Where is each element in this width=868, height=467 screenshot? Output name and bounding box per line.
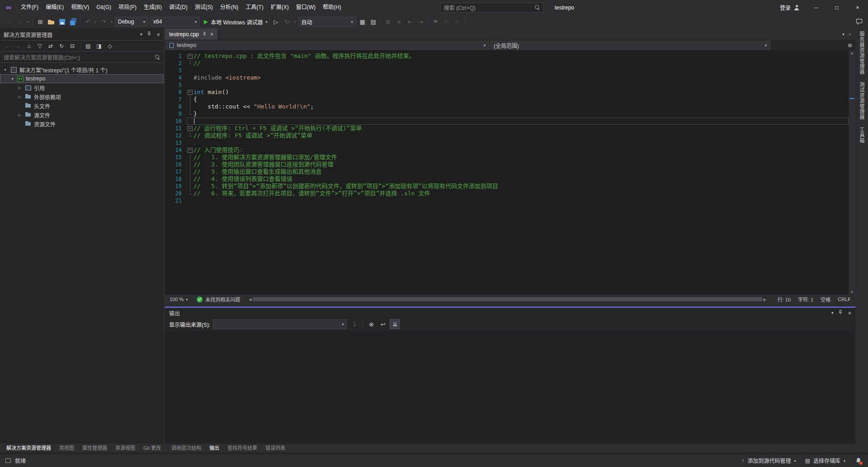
horizontal-scrollbar[interactable]: ◀ ▶ xyxy=(247,297,767,302)
close-panel-icon[interactable]: × xyxy=(156,31,160,38)
menu-item[interactable]: 扩展(X) xyxy=(267,0,292,15)
close-tab-icon[interactable]: × xyxy=(210,31,213,38)
add-to-source-control-button[interactable]: ↑ 添加到源代码管理 ▴ xyxy=(742,457,796,464)
tree-expander-icon[interactable]: ▾ xyxy=(10,77,15,81)
scroll-left-icon[interactable]: ◀ xyxy=(247,297,253,302)
tool-window-tab[interactable]: 解决方案资源管理器 xyxy=(2,443,55,453)
menu-item[interactable]: 编辑(E) xyxy=(42,0,67,15)
tool-window-tab[interactable]: 错误列表 xyxy=(261,443,289,453)
code-line[interactable]: 19// 5. 转到“项目”>“添加新项”以创建新的代码文件，或转到“项目”>“… xyxy=(165,183,849,190)
zoom-dropdown[interactable]: 100 % ▾ xyxy=(165,295,192,304)
code-line[interactable]: 8 std::cout << "Hello World!\n"; xyxy=(165,103,849,110)
save-icon[interactable] xyxy=(57,16,67,27)
tool-window-tab[interactable]: 属性管理器 xyxy=(78,443,111,453)
code-line[interactable]: 6int main() xyxy=(165,89,849,96)
tool-window-tab[interactable]: 查找符号结果 xyxy=(223,443,261,453)
collapsed-tool-window-tab[interactable]: 服务器资源管理器 xyxy=(858,31,865,75)
tree-item[interactable]: ▷外部依赖项 xyxy=(0,92,164,101)
line-indicator[interactable]: 行: 10 xyxy=(778,296,791,303)
solution-explorer-header[interactable]: 解决方案资源管理器 ▾ × xyxy=(0,28,164,40)
code-line[interactable]: 4#include <iostream> xyxy=(165,74,849,81)
quick-launch-search[interactable]: 搜索 (Ctrl+Q) xyxy=(440,3,544,13)
tree-item[interactable]: ▾testrepo xyxy=(0,74,164,83)
menu-item[interactable]: 测试(S) xyxy=(191,0,217,15)
autoscroll-icon[interactable]: ⇊ xyxy=(390,319,400,329)
document-health-indicator[interactable]: 未找到相关问题 xyxy=(192,296,245,303)
spaces-indicator[interactable]: 空格 xyxy=(821,296,830,303)
scroll-up-icon[interactable]: ▲ xyxy=(849,51,855,55)
tree-item[interactable]: ▾解决方案"testrepo"(1 个项目/共 1 个) xyxy=(0,65,164,74)
menu-item[interactable]: 文件(F) xyxy=(17,0,42,15)
collapse-all-icon[interactable]: ⊟ xyxy=(68,42,77,51)
minimize-button[interactable]: ─ xyxy=(806,0,826,15)
tree-item[interactable]: ▷源文件 xyxy=(0,110,164,119)
menu-item[interactable]: 工具(T) xyxy=(242,0,267,15)
code-editor[interactable]: 1// testrepo.cpp : 此文件包含 "main" 函数。程序执行将… xyxy=(165,51,855,295)
pin-icon[interactable] xyxy=(147,31,151,38)
filter-icon[interactable]: ▽ xyxy=(35,42,44,51)
scroll-right-icon[interactable]: ▶ xyxy=(762,297,768,302)
open-documents-dropdown-icon[interactable]: ▾ xyxy=(842,32,844,37)
open-file-icon[interactable] xyxy=(46,16,57,27)
collapsed-tool-window-tab[interactable]: 测试资源管理器 xyxy=(858,82,865,120)
select-repository-button[interactable]: ▤ 选择存储库 ▴ xyxy=(805,457,845,464)
menu-item[interactable]: Git(G) xyxy=(93,0,115,15)
properties-icon[interactable]: ◇ xyxy=(105,42,114,51)
menu-item[interactable]: 项目(P) xyxy=(115,0,140,15)
char-indicator[interactable]: 字符: 1 xyxy=(798,296,813,303)
code-line[interactable]: 21 xyxy=(165,197,849,204)
line-ending-indicator[interactable]: CRLF xyxy=(838,297,851,302)
menu-item[interactable]: 帮助(H) xyxy=(319,0,345,15)
code-line[interactable]: 7{ xyxy=(165,96,849,103)
output-source-dropdown[interactable]: ▾ xyxy=(213,319,347,329)
vertical-scrollbar[interactable]: ▲ ▼ xyxy=(849,51,855,295)
fold-marker[interactable] xyxy=(187,125,193,132)
fold-marker[interactable] xyxy=(187,89,193,96)
output-content[interactable] xyxy=(165,330,855,443)
tree-expander-icon[interactable]: ▷ xyxy=(17,95,22,99)
code-line[interactable]: 15// 1. 使用解决方案资源管理器窗口添加/管理文件 xyxy=(165,154,849,161)
tree-expander-icon[interactable]: ▷ xyxy=(17,113,22,117)
word-wrap-icon[interactable]: ↩ xyxy=(378,319,388,329)
scroll-down-icon[interactable]: ▼ xyxy=(849,290,855,294)
horizontal-scroll-track[interactable] xyxy=(253,297,762,302)
tree-expander-icon[interactable]: ▾ xyxy=(3,68,8,72)
code-line[interactable]: 20// 6. 将来，若要再次打开此项目，请转到“文件”>“打开”>“项目”并选… xyxy=(165,190,849,197)
code-list-icon[interactable]: ▤ xyxy=(368,16,379,27)
split-window-icon[interactable]: ⊞ xyxy=(845,42,854,48)
code-line[interactable]: 14// 入门使用技巧: xyxy=(165,146,849,154)
code-line[interactable]: 1// testrepo.cpp : 此文件包含 "main" 函数。程序执行将… xyxy=(165,52,849,60)
code-line[interactable]: 16// 2. 使用团队资源管理器窗口连接到源代码管理 xyxy=(165,161,849,168)
close-panel-icon[interactable]: × xyxy=(848,310,851,316)
maximize-button[interactable]: □ xyxy=(826,0,847,15)
window-position-icon[interactable]: ▾ xyxy=(140,32,142,37)
pin-icon[interactable] xyxy=(838,310,843,316)
sign-in-button[interactable]: 登录 xyxy=(774,4,806,11)
tool-window-tab[interactable]: 类视图 xyxy=(55,443,78,453)
code-line[interactable]: 17// 3. 使用输出窗口查看生成输出和其他消息 xyxy=(165,168,849,175)
tree-expander-icon[interactable]: ▷ xyxy=(17,86,22,90)
fold-marker[interactable] xyxy=(187,52,193,60)
tool-window-tab[interactable]: 输出 xyxy=(205,443,223,453)
float-window-icon[interactable]: ▫ xyxy=(849,31,851,38)
menu-item[interactable]: 窗口(W) xyxy=(292,0,319,15)
code-line[interactable]: 5 xyxy=(165,81,849,89)
send-feedback-icon[interactable] xyxy=(854,16,864,27)
output-header[interactable]: 输出 ▾ × xyxy=(165,308,855,318)
background-tasks-icon[interactable] xyxy=(5,458,11,463)
code-line[interactable]: 2// xyxy=(165,60,849,67)
preview-code-icon[interactable]: ◨ xyxy=(94,42,104,51)
new-project-icon[interactable]: ⊞ xyxy=(35,16,46,27)
menu-item[interactable]: 视图(V) xyxy=(67,0,93,15)
start-debugging-button[interactable]: ▶本地 Windows 调试器▾ xyxy=(201,16,271,27)
tree-item[interactable]: 资源文件 xyxy=(0,119,164,128)
menu-item[interactable]: 生成(B) xyxy=(140,0,165,15)
code-line[interactable]: 9} xyxy=(165,110,849,118)
fold-marker[interactable] xyxy=(187,146,193,154)
horizontal-scroll-thumb[interactable] xyxy=(253,297,762,301)
window-position-icon[interactable]: ▾ xyxy=(831,311,834,315)
solution-search-input[interactable]: 搜索解决方案资源管理器(Ctrl+;) xyxy=(0,52,164,63)
code-line[interactable]: 12// 调试程序: F5 或调试 >“开始调试”菜单 xyxy=(165,132,849,139)
menu-item[interactable]: 调试(D) xyxy=(165,0,191,15)
notifications-button[interactable] xyxy=(854,457,863,465)
